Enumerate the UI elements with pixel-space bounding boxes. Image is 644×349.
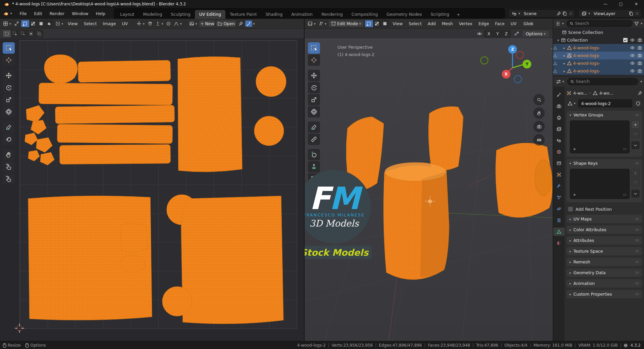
uv-island[interactable]	[26, 105, 44, 122]
render-camera-icon[interactable]	[637, 53, 642, 58]
tool-relax[interactable]	[3, 161, 15, 172]
uv-select-vertex-button[interactable]	[21, 20, 29, 27]
mesh-name-field[interactable]: 4-wood-logs-2	[578, 99, 632, 107]
uv-island[interactable]	[57, 124, 173, 144]
chevron-down-icon[interactable]: ▾	[640, 22, 643, 25]
tool-cursor[interactable]	[3, 54, 15, 66]
image-open-button[interactable]: Open	[216, 20, 236, 27]
uv-menu-uv[interactable]: UV	[119, 20, 130, 27]
tab-constraints[interactable]	[554, 216, 564, 225]
scene-browse-button[interactable]: ▾	[510, 11, 522, 16]
vertex-select-button[interactable]	[365, 20, 373, 27]
uv-island[interactable]	[120, 223, 148, 252]
uv-island[interactable]	[28, 150, 40, 161]
uv-menu-view[interactable]: View	[65, 20, 80, 27]
grip-icon[interactable]	[635, 216, 640, 221]
tab-collection[interactable]	[554, 159, 564, 167]
panel-header[interactable]: ▸Custom Properties	[567, 290, 642, 298]
tab-particles[interactable]	[554, 193, 564, 202]
render-camera-icon[interactable]	[637, 68, 642, 73]
navigation-gizmo[interactable]: Z Y X	[495, 44, 532, 81]
panel-shape-keys-header[interactable]: ▾ Shape Keys	[567, 159, 642, 167]
panel-header[interactable]: ▸Attributes	[567, 236, 642, 245]
menu-edit[interactable]: Edit	[30, 8, 46, 19]
vp-menu-vertex[interactable]: Vertex	[456, 20, 475, 27]
uv-select-island-button[interactable]	[45, 20, 53, 27]
chevron-down-icon[interactable]: ▾	[640, 80, 642, 83]
shape-key-specials-button[interactable]	[631, 190, 640, 198]
uv-island[interactable]	[162, 287, 192, 316]
uv-select-face-button[interactable]	[37, 20, 45, 27]
tool-transform[interactable]	[3, 106, 15, 117]
chevron-collapsed-icon[interactable]: ▸	[563, 54, 566, 57]
perspective-toggle-button[interactable]	[533, 134, 545, 146]
uv-island[interactable]	[44, 55, 77, 83]
properties-search-input[interactable]: Search	[567, 78, 639, 85]
grip-icon[interactable]	[635, 227, 640, 232]
render-camera-icon[interactable]	[637, 61, 642, 66]
transform-orientation-dropdown[interactable]: Glob	[523, 20, 534, 27]
axis-y-neg-handle[interactable]	[480, 56, 488, 64]
wood-log-meshes[interactable]	[346, 107, 552, 280]
vp-menu-face[interactable]: Face	[492, 20, 507, 27]
select-invert-button[interactable]	[27, 30, 35, 37]
grip-icon[interactable]	[622, 192, 627, 197]
grip-icon[interactable]	[635, 238, 640, 243]
vertex-groups-list[interactable]	[570, 120, 630, 153]
tool-scale[interactable]	[3, 94, 15, 105]
vertex-group-specials-button[interactable]	[631, 141, 640, 149]
viewport-canvas[interactable]: User Perspective (1) 4-wood-logs-2	[305, 38, 553, 341]
collection-checkbox[interactable]	[623, 38, 628, 42]
mirror-x-button[interactable]: X	[484, 30, 493, 37]
vp-menu-mesh[interactable]: Mesh	[439, 20, 455, 27]
tool-grab[interactable]	[3, 149, 15, 160]
maximize-button[interactable]: ▢	[613, 0, 629, 8]
grip-icon[interactable]	[622, 147, 627, 152]
hide-eye-icon[interactable]	[630, 38, 635, 43]
tool-measure[interactable]	[308, 134, 320, 145]
render-camera-icon[interactable]	[637, 38, 642, 43]
uv-island-group[interactable]	[25, 55, 286, 324]
uv-select-edge-button[interactable]	[29, 20, 37, 27]
select-subtract-button[interactable]	[19, 30, 27, 37]
uv-island[interactable]	[60, 145, 170, 164]
zoom-button[interactable]	[533, 94, 545, 105]
uv-falloff-button[interactable]: ▾	[173, 20, 183, 27]
add-shape-key-button[interactable]: +	[631, 169, 640, 177]
tool-rotate[interactable]	[3, 82, 15, 93]
axis-x-handle[interactable]: X	[502, 70, 511, 79]
blender-menu-button[interactable]: ▾	[0, 8, 16, 19]
outliner-row-object-2-active[interactable]: ▸ 4-wood-logs-	[553, 52, 644, 59]
tool-annotate[interactable]	[308, 121, 320, 133]
hide-eye-icon[interactable]	[630, 68, 635, 73]
menu-file[interactable]: File	[16, 8, 31, 19]
tool-scale[interactable]	[308, 94, 320, 105]
tab-layout[interactable]: Layout	[116, 10, 139, 19]
new-viewlayer-icon[interactable]	[629, 11, 634, 16]
log-mesh[interactable]	[429, 107, 463, 171]
tool-select-box[interactable]	[308, 42, 320, 54]
tab-modeling[interactable]: Modeling	[139, 10, 166, 19]
uv-menu-select[interactable]: Select	[81, 20, 100, 27]
uv-menu-image[interactable]: Image	[100, 20, 118, 27]
tool-annotate[interactable]	[3, 121, 15, 133]
viewlayer-name[interactable]: ViewLayer	[592, 11, 628, 16]
vp-menu-view[interactable]: View	[390, 20, 406, 27]
tab-compositing[interactable]: Compositing	[347, 10, 382, 19]
remove-vertex-group-button[interactable]: −	[631, 130, 640, 138]
tool-select-box[interactable]	[3, 42, 15, 54]
vp-menu-uv[interactable]: UV	[508, 20, 519, 27]
tab-geometry-nodes[interactable]: Geometry Nodes	[382, 10, 426, 19]
tab-rendering[interactable]: Rendering	[317, 10, 347, 19]
tool-move[interactable]	[3, 70, 15, 81]
filter-icon[interactable]	[634, 21, 639, 26]
menu-help[interactable]: Help	[92, 8, 109, 19]
uv-editor-type-button[interactable]: ▾	[2, 20, 12, 27]
close-button[interactable]: ✕	[629, 0, 644, 8]
outliner-row-collection[interactable]: ▾ Collection	[553, 36, 644, 44]
tool-transform[interactable]	[308, 106, 320, 117]
image-browse-button[interactable]: ▾	[188, 20, 199, 27]
tab-world[interactable]	[554, 148, 564, 156]
uv-pivot-button[interactable]: ▾	[136, 20, 146, 27]
interaction-mode-dropdown[interactable]: Edit Mode ▾	[328, 20, 364, 27]
